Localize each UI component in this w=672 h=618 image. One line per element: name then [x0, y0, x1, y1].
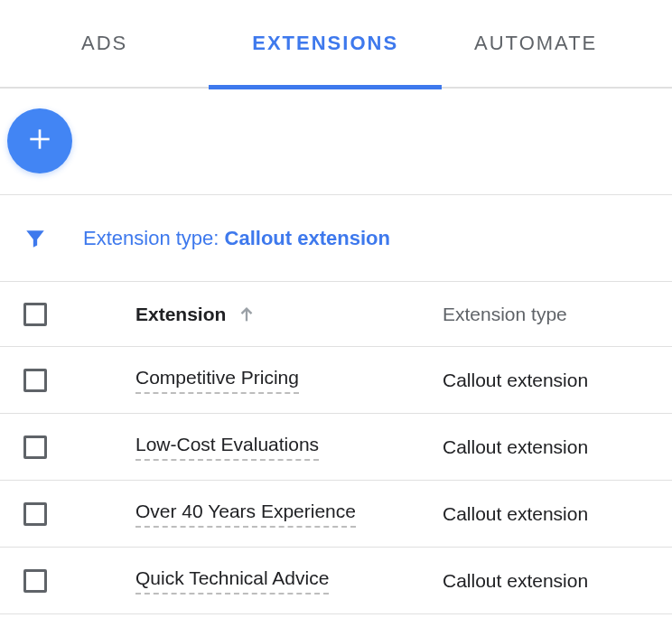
- sort-ascending-icon: [237, 304, 257, 324]
- plus-icon: [25, 125, 54, 157]
- cell-extension[interactable]: Quick Technical Advice: [135, 567, 443, 595]
- row-checkbox[interactable]: [23, 502, 47, 526]
- cell-extension[interactable]: Low-Cost Evaluations: [135, 434, 443, 461]
- cell-extension[interactable]: Competitive Pricing: [135, 367, 443, 394]
- filter-label: Extension type:: [83, 227, 225, 249]
- column-header-extension[interactable]: Extension: [135, 304, 443, 325]
- table-row: Competitive PricingCallout extension: [0, 347, 672, 414]
- cell-type: Callout extension: [443, 370, 588, 391]
- extension-name: Over 40 Years Experience: [135, 501, 356, 528]
- cell-type: Callout extension: [443, 570, 588, 592]
- filter-value[interactable]: Callout extension: [225, 227, 390, 249]
- extension-name: Quick Technical Advice: [135, 567, 329, 595]
- table-row: Over 40 Years ExperienceCallout extensio…: [0, 481, 672, 548]
- action-bar: [0, 89, 672, 195]
- tab-bar: ADS EXTENSIONS AUTOMATE: [0, 0, 672, 89]
- tab-extensions[interactable]: EXTENSIONS: [209, 0, 442, 88]
- row-checkbox[interactable]: [23, 569, 47, 593]
- select-all-checkbox[interactable]: [23, 303, 47, 326]
- table-header: Extension Extension type: [0, 282, 672, 347]
- filter-icon[interactable]: [23, 227, 47, 250]
- tab-automated[interactable]: AUTOMATE: [442, 0, 597, 88]
- table-row: Quick Technical AdviceCallout extension: [0, 548, 672, 614]
- extension-name: Low-Cost Evaluations: [135, 434, 319, 461]
- cell-type: Callout extension: [443, 503, 588, 525]
- cell-type: Callout extension: [443, 436, 588, 458]
- column-header-extension-label: Extension: [135, 304, 226, 325]
- row-checkbox[interactable]: [23, 435, 47, 459]
- filter-bar: Extension type: Callout extension: [0, 195, 672, 282]
- tab-ads[interactable]: ADS: [0, 0, 209, 88]
- extension-name: Competitive Pricing: [135, 367, 299, 394]
- table-row: Low-Cost EvaluationsCallout extension: [0, 414, 672, 481]
- row-checkbox[interactable]: [23, 369, 47, 392]
- column-header-type[interactable]: Extension type: [443, 304, 567, 325]
- cell-extension[interactable]: Over 40 Years Experience: [135, 501, 443, 528]
- add-button[interactable]: [7, 108, 72, 173]
